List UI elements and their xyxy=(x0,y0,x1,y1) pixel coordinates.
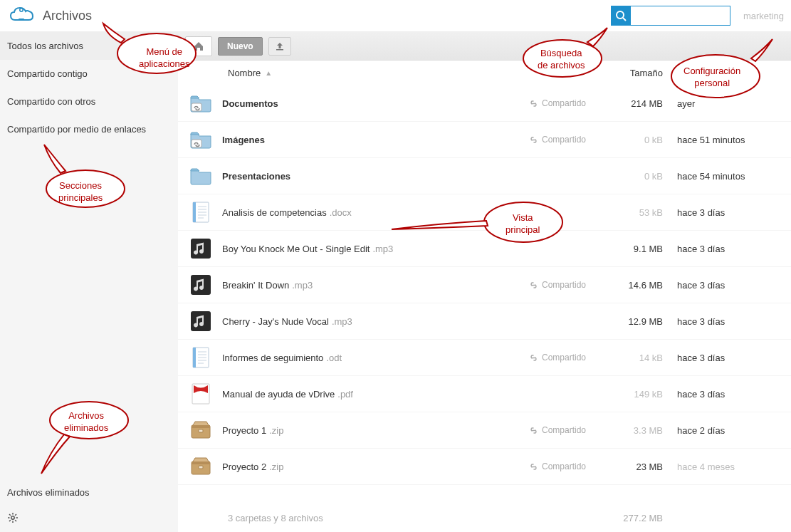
file-name[interactable]: Proyecto 2 xyxy=(222,461,266,472)
zip-icon xyxy=(189,419,212,442)
column-name-label: Nombre xyxy=(228,68,261,78)
svg-point-4 xyxy=(11,516,14,519)
sidebar-item-shared-with-you[interactable]: Compartido contigo xyxy=(0,60,178,88)
shared-badge[interactable]: Compartido xyxy=(529,353,586,363)
shared-label: Compartido xyxy=(542,353,586,363)
file-name[interactable]: Analisis de competencias xyxy=(222,207,327,218)
shared-label: Compartido xyxy=(542,135,586,145)
sidebar: Todos los archivos Compartido contigo Co… xyxy=(0,32,178,532)
svg-rect-35 xyxy=(192,425,210,428)
file-row[interactable]: Boy You Knock Me Out - Single Edit.mp39.… xyxy=(178,231,791,267)
file-name[interactable]: Manual de ayuda de vDrive xyxy=(222,389,335,400)
sidebar-item-shared-links[interactable]: Compartido por medio de enlaces xyxy=(0,115,178,143)
shared-badge[interactable]: Compartido xyxy=(529,98,586,108)
shared-badge[interactable]: Compartido xyxy=(529,425,586,435)
shared-badge[interactable]: Compartido xyxy=(529,461,586,471)
column-headers: Nombre ▲ Tamaño xyxy=(178,61,791,85)
file-name[interactable]: Documentos xyxy=(222,98,278,109)
file-name-cell: Breakin' It Down.mp3Compartido xyxy=(222,280,599,291)
svg-rect-24 xyxy=(191,275,211,295)
sidebar-item-shared-with-others[interactable]: Compartido con otros xyxy=(0,88,178,115)
svg-line-12 xyxy=(15,514,16,516)
file-extension: .mp3 xyxy=(332,316,352,327)
file-name[interactable]: Breakin' It Down xyxy=(222,280,289,291)
file-row[interactable]: ImágenesCompartido0 kBhace 51 minutos xyxy=(178,122,791,158)
shared-badge[interactable]: Compartido xyxy=(529,135,586,145)
shared-label: Compartido xyxy=(542,98,586,108)
search-wrap xyxy=(611,6,730,26)
file-name[interactable]: Cherry - Jay's Nude Vocal xyxy=(222,316,329,327)
svg-point-2 xyxy=(617,11,624,19)
file-row[interactable]: Proyecto 2.zipCompartido23 MBhace 4 mese… xyxy=(178,449,791,485)
svg-rect-1 xyxy=(19,19,24,21)
file-name[interactable]: Boy You Knock Me Out - Single Edit xyxy=(222,244,370,254)
svg-rect-38 xyxy=(192,461,210,464)
sidebar-item-trash[interactable]: Archivos eliminados xyxy=(0,479,178,506)
file-modified: hace 3 días xyxy=(677,353,791,363)
file-name-cell: Informes de seguimiento.odtCompartido xyxy=(222,353,599,363)
sidebar-item-all[interactable]: Todos los archivos xyxy=(0,32,178,60)
file-size: 9.1 MB xyxy=(599,244,677,254)
app-logo[interactable] xyxy=(7,1,36,30)
zip-icon xyxy=(189,455,212,478)
file-size: 214 MB xyxy=(599,98,677,109)
file-row[interactable]: Cherry - Jay's Nude Vocal.mp312.9 MBhace… xyxy=(178,303,791,340)
file-name-cell: DocumentosCompartido xyxy=(222,98,599,109)
breadcrumb-home[interactable] xyxy=(185,36,212,56)
file-name[interactable]: Presentaciones xyxy=(222,171,290,182)
file-name-cell: Manual de ayuda de vDrive.pdf xyxy=(222,389,599,400)
user-menu[interactable]: marketing xyxy=(743,11,784,21)
search-button[interactable] xyxy=(611,6,631,26)
file-name[interactable]: Proyecto 1 xyxy=(222,425,266,436)
music-icon xyxy=(189,310,212,333)
file-size: 23 MB xyxy=(599,461,677,472)
file-name[interactable]: Imágenes xyxy=(222,135,265,145)
file-row[interactable]: Informes de seguimiento.odtCompartido14 … xyxy=(178,340,791,376)
search-input[interactable] xyxy=(631,6,730,26)
file-row[interactable]: Breakin' It Down.mp3Compartido14.6 MBhac… xyxy=(178,267,791,303)
toolbar: Nuevo xyxy=(178,32,791,61)
file-modified: hace 3 días xyxy=(677,280,791,291)
svg-line-10 xyxy=(15,520,16,521)
shared-label: Compartido xyxy=(542,461,586,471)
file-row[interactable]: Presentaciones0 kBhace 54 minutos xyxy=(178,158,791,194)
file-row[interactable]: Proyecto 1.zipCompartido3.3 MBhace 2 día… xyxy=(178,412,791,449)
svg-line-9 xyxy=(9,514,11,516)
file-name-cell: ImágenesCompartido xyxy=(222,135,599,145)
file-modified: hace 4 meses xyxy=(677,461,791,472)
file-row[interactable]: Analisis de competencias.docx53 kBhace 3… xyxy=(178,194,791,231)
file-modified: hace 2 días xyxy=(677,425,791,436)
file-size: 53 kB xyxy=(599,207,677,218)
svg-rect-17 xyxy=(193,202,196,222)
pdf-icon xyxy=(189,382,212,405)
file-extension: .zip xyxy=(269,461,283,472)
column-name[interactable]: Nombre ▲ xyxy=(228,68,599,78)
sidebar-item-label: Archivos eliminados xyxy=(7,487,90,498)
column-size[interactable]: Tamaño xyxy=(599,68,677,78)
music-icon xyxy=(189,273,212,296)
music-icon xyxy=(189,237,212,260)
settings-gear-icon[interactable] xyxy=(0,506,178,532)
file-extension: .docx xyxy=(330,207,352,218)
upload-button[interactable] xyxy=(268,37,291,56)
svg-rect-36 xyxy=(199,429,203,432)
doc-icon xyxy=(189,201,212,224)
file-row[interactable]: DocumentosCompartido214 MBayer xyxy=(178,85,791,122)
file-size: 149 kB xyxy=(599,389,677,400)
file-name-cell: Cherry - Jay's Nude Vocal.mp3 xyxy=(222,316,599,327)
svg-rect-13 xyxy=(276,49,283,51)
svg-rect-25 xyxy=(191,311,211,331)
file-extension: .zip xyxy=(269,425,283,436)
file-size: 3.3 MB xyxy=(599,425,677,436)
app-title[interactable]: Archivos xyxy=(43,9,92,24)
shared-badge[interactable]: Compartido xyxy=(529,280,586,290)
svg-rect-39 xyxy=(199,466,203,469)
folder-icon xyxy=(189,165,212,187)
file-name[interactable]: Informes de seguimiento xyxy=(222,353,323,363)
file-size: 14.6 MB xyxy=(599,280,677,291)
header: Archivos marketing xyxy=(0,0,791,32)
sidebar-item-label: Compartido por medio de enlaces xyxy=(7,124,146,135)
new-button[interactable]: Nuevo xyxy=(218,37,263,56)
sidebar-item-label: Compartido contigo xyxy=(7,68,88,79)
file-row[interactable]: Manual de ayuda de vDrive.pdf149 kBhace … xyxy=(178,376,791,412)
